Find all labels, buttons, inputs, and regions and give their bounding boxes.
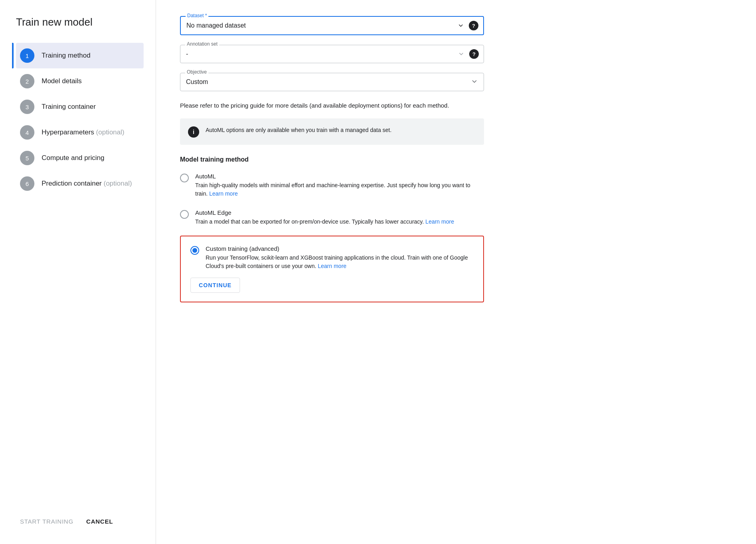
step-number-6: 6 <box>20 176 34 191</box>
step-number-4: 4 <box>20 125 34 140</box>
radio-automl-label: AutoML <box>195 173 484 180</box>
radio-automl-edge-circle[interactable] <box>180 210 189 219</box>
annotation-dropdown-arrow[interactable] <box>457 50 465 58</box>
pricing-info-text: Please refer to the pricing guide for mo… <box>180 101 484 110</box>
annotation-field[interactable]: Annotation set - ? <box>180 45 484 63</box>
radio-automl-edge-desc: Train a model that can be exported for o… <box>195 218 454 226</box>
objective-field-group: Objective Custom <box>180 73 732 91</box>
sidebar-actions: START TRAINING CANCEL <box>16 515 144 528</box>
dataset-dropdown-arrow[interactable] <box>457 22 465 30</box>
step-label-4: Hyperparameters (optional) <box>42 128 124 136</box>
dataset-field[interactable]: Dataset * No managed dataset ? <box>180 16 484 35</box>
radio-option-automl[interactable]: AutoML Train high-quality models with mi… <box>180 173 484 198</box>
sidebar-item-prediction-container[interactable]: 6 Prediction container (optional) <box>16 171 144 196</box>
radio-automl-content: AutoML Train high-quality models with mi… <box>195 173 484 198</box>
step-label-2: Model details <box>42 77 82 85</box>
radio-automl-circle[interactable] <box>180 174 189 182</box>
annotation-help-icon[interactable]: ? <box>469 49 479 59</box>
custom-training-desc: Run your TensorFlow, scikit-learn and XG… <box>206 254 474 270</box>
radio-option-automl-edge[interactable]: AutoML Edge Train a model that can be ex… <box>180 209 484 226</box>
radio-custom-training-circle[interactable] <box>190 246 199 255</box>
custom-training-option[interactable]: Custom training (advanced) Run your Tens… <box>190 245 474 270</box>
step-number-2: 2 <box>20 74 34 88</box>
dataset-value: No managed dataset <box>186 22 246 29</box>
step-label-1: Training method <box>42 52 90 60</box>
objective-label: Objective <box>185 69 208 75</box>
radio-automl-edge-content: AutoML Edge Train a model that can be ex… <box>195 209 454 226</box>
continue-button[interactable]: CONTINUE <box>190 278 240 293</box>
automl-learn-more-link[interactable]: Learn more <box>209 190 238 197</box>
annotation-value: - <box>186 50 188 57</box>
automl-notice-text: AutoML options are only available when y… <box>206 126 392 134</box>
sidebar-item-training-method[interactable]: 1 Training method <box>16 43 144 68</box>
step-number-5: 5 <box>20 151 34 165</box>
annotation-field-group: Annotation set - ? <box>180 45 732 63</box>
custom-training-content: Custom training (advanced) Run your Tens… <box>206 245 474 270</box>
dataset-label: Dataset * <box>186 13 208 18</box>
automl-edge-learn-more-link[interactable]: Learn more <box>426 218 454 225</box>
step-label-6: Prediction container (optional) <box>42 180 132 188</box>
custom-training-label: Custom training (advanced) <box>206 245 474 252</box>
objective-field[interactable]: Objective Custom <box>180 73 484 91</box>
dataset-field-group: Dataset * No managed dataset ? <box>180 16 732 35</box>
page-title: Train new model <box>16 16 144 28</box>
radio-automl-desc: Train high-quality models with minimal e… <box>195 181 484 198</box>
step-number-3: 3 <box>20 100 34 114</box>
dataset-field-actions: ? <box>457 21 478 30</box>
selected-option-box-custom-training: Custom training (advanced) Run your Tens… <box>180 236 484 302</box>
annotation-label: Annotation set <box>185 41 219 47</box>
step-list: 1 Training method 2 Model details 3 Trai… <box>16 43 144 499</box>
cancel-button[interactable]: CANCEL <box>86 515 113 528</box>
start-training-button[interactable]: START TRAINING <box>20 515 74 528</box>
step-number-1: 1 <box>20 48 34 63</box>
step-label-5: Compute and pricing <box>42 154 104 162</box>
objective-dropdown-arrow[interactable] <box>471 78 478 86</box>
sidebar-item-hyperparameters[interactable]: 4 Hyperparameters (optional) <box>16 120 144 145</box>
sidebar-item-compute-pricing[interactable]: 5 Compute and pricing <box>16 145 144 171</box>
sidebar: Train new model 1 Training method 2 Mode… <box>0 0 156 544</box>
automl-notice-box: i AutoML options are only available when… <box>180 118 484 145</box>
dataset-help-icon[interactable]: ? <box>469 21 478 30</box>
custom-training-learn-more-link[interactable]: Learn more <box>318 263 346 269</box>
annotation-field-actions: ? <box>457 49 479 59</box>
step-label-3: Training container <box>42 103 96 111</box>
radio-custom-training-inner <box>192 248 197 253</box>
objective-value: Custom <box>186 78 208 85</box>
sidebar-item-training-container[interactable]: 3 Training container <box>16 94 144 120</box>
info-icon: i <box>188 126 199 138</box>
sidebar-item-model-details[interactable]: 2 Model details <box>16 68 144 94</box>
radio-automl-edge-label: AutoML Edge <box>195 209 454 216</box>
main-content: Dataset * No managed dataset ? Annotatio… <box>156 0 756 544</box>
model-training-method-title: Model training method <box>180 156 732 163</box>
